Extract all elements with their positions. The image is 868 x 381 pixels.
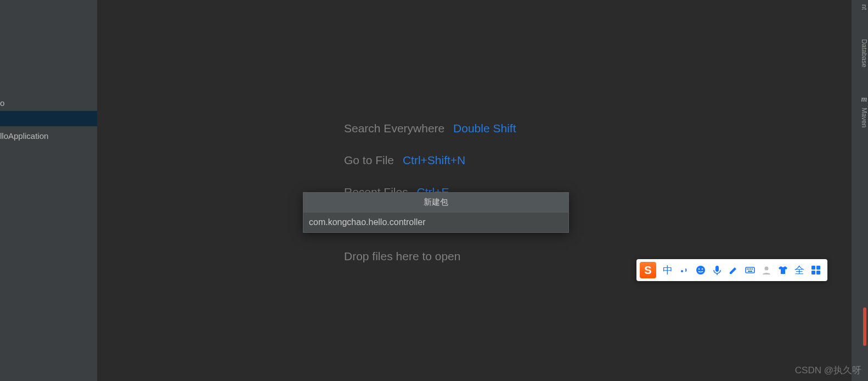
svg-point-1 [681, 270, 683, 272]
svg-point-4 [702, 268, 703, 270]
hint-shortcut: Ctrl+Shift+N [403, 154, 465, 166]
project-sidebar: o lloApplication [0, 0, 97, 381]
emoji-icon[interactable] [692, 262, 709, 278]
pen-icon[interactable] [725, 262, 742, 278]
dialog-title: 新建包 [303, 193, 568, 212]
keyboard-icon[interactable] [742, 262, 758, 278]
new-package-dialog: 新建包 [303, 192, 569, 233]
svg-rect-7 [747, 268, 748, 270]
svg-rect-10 [752, 268, 753, 270]
svg-rect-16 [816, 271, 820, 274]
svg-rect-14 [816, 266, 820, 270]
svg-rect-5 [715, 266, 719, 272]
editor-empty-area: Search Everywhere Double Shift Go to Fil… [97, 0, 852, 381]
user-icon[interactable] [758, 262, 775, 278]
rail-label: Maven [860, 108, 868, 127]
drop-files-text: Drop files here to open [344, 250, 460, 263]
svg-point-2 [696, 266, 705, 274]
ime-lang-button[interactable]: 中 [660, 262, 676, 278]
svg-rect-11 [748, 271, 752, 272]
rail-label: nt [860, 4, 868, 10]
sidebar-item-selected[interactable] [0, 111, 97, 126]
sidebar-item[interactable]: lloApplication [0, 128, 48, 144]
rail-label: Database [860, 39, 868, 67]
ime-toolbar: S 中 全 [636, 259, 827, 281]
maven-icon: m [861, 95, 867, 104]
shirt-icon[interactable] [775, 262, 791, 278]
svg-rect-9 [750, 268, 751, 270]
mic-icon[interactable] [709, 262, 725, 278]
svg-point-3 [698, 268, 700, 270]
sidebar-item[interactable]: o [0, 96, 4, 111]
hint-search-everywhere: Search Everywhere Double Shift [344, 122, 516, 135]
rail-button-database[interactable]: Database [852, 22, 868, 72]
svg-rect-8 [748, 268, 749, 270]
rail-button-maven[interactable]: m Maven [852, 91, 868, 132]
ime-punct-button[interactable] [676, 262, 692, 278]
svg-rect-13 [811, 266, 815, 270]
grid-icon[interactable] [808, 262, 824, 278]
svg-rect-15 [811, 271, 815, 274]
watermark-text: CSDN @执久呀 [795, 364, 861, 377]
hint-goto-file: Go to File Ctrl+Shift+N [344, 154, 516, 167]
svg-point-12 [765, 267, 769, 271]
sogou-logo-icon[interactable]: S [640, 262, 656, 278]
ime-full-button[interactable]: 全 [791, 262, 808, 278]
scrollbar-error-mark[interactable] [863, 307, 866, 346]
hint-label: Go to File [344, 154, 394, 166]
svg-rect-6 [746, 267, 754, 273]
rail-button-partial[interactable]: nt [852, 0, 868, 14]
hint-label: Search Everywhere [344, 122, 444, 135]
hint-shortcut: Double Shift [453, 122, 516, 135]
package-name-input[interactable] [303, 212, 568, 232]
